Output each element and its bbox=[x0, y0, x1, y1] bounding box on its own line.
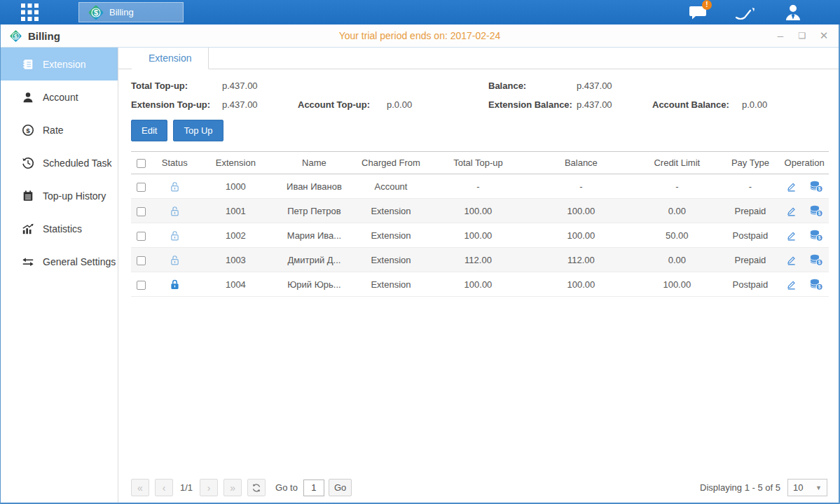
first-page-button[interactable]: « bbox=[131, 479, 149, 496]
displaying-text: Displaying 1 - 5 of 5 bbox=[700, 482, 780, 493]
total-topup-value: p.437.00 bbox=[222, 80, 258, 91]
cell-name: Петр Петров bbox=[274, 199, 354, 223]
cell-balance: - bbox=[529, 174, 633, 199]
cell-name: Дмитрий Д... bbox=[274, 248, 354, 272]
next-page-button[interactable]: › bbox=[200, 479, 218, 496]
edit-pencil-icon[interactable] bbox=[785, 205, 797, 217]
pagination-bar: « ‹ 1/1 › » Go to Go Displaying bbox=[118, 479, 839, 496]
extension-topup-label: Extension Top-up: bbox=[131, 99, 222, 110]
trial-notice: Your trial period ends on: 2017-02-24 bbox=[1, 30, 839, 41]
goto-page-input[interactable] bbox=[303, 479, 324, 496]
page-size-dropdown[interactable]: 10 ▼ bbox=[787, 479, 827, 496]
unlocked-icon[interactable] bbox=[169, 230, 181, 241]
edit-pencil-icon[interactable] bbox=[785, 181, 797, 192]
tab-strip: Extension bbox=[118, 48, 839, 69]
top-up-button[interactable]: Top Up bbox=[173, 120, 223, 141]
user-menu-button[interactable] bbox=[783, 4, 804, 21]
top-up-coins-icon[interactable]: $ bbox=[809, 204, 823, 217]
cell-credit-limit: 0.00 bbox=[633, 248, 721, 272]
cell-charged-from: Account bbox=[354, 174, 428, 199]
taskbar-item-billing[interactable]: $ Billing bbox=[78, 2, 184, 22]
locked-icon[interactable] bbox=[169, 279, 181, 290]
unlocked-icon[interactable] bbox=[169, 254, 181, 266]
sidebar-item-general-settings[interactable]: General Settings bbox=[1, 245, 118, 278]
account-topup-label: Account Top-up: bbox=[298, 99, 387, 110]
top-up-coins-icon[interactable]: $ bbox=[809, 253, 823, 266]
cell-credit-limit: 50.00 bbox=[633, 223, 721, 248]
cell-credit-limit: 100.00 bbox=[633, 272, 721, 297]
edit-pencil-icon[interactable] bbox=[785, 279, 797, 290]
cell-pay-type: - bbox=[721, 174, 780, 199]
svg-text:$: $ bbox=[14, 32, 18, 39]
top-up-coins-icon[interactable]: $ bbox=[809, 229, 823, 241]
column-header-operation: Operation bbox=[780, 152, 829, 174]
sliders-icon bbox=[22, 255, 34, 268]
column-header-credit-limit: Credit Limit bbox=[633, 152, 721, 174]
cell-total-topup: 100.00 bbox=[427, 272, 528, 297]
refresh-button[interactable] bbox=[247, 479, 266, 496]
messages-button[interactable]: ! bbox=[687, 4, 708, 21]
app-launcher-button[interactable] bbox=[10, 0, 49, 24]
tab-extension[interactable]: Extension bbox=[132, 48, 209, 69]
sidebar-item-topup-history[interactable]: Top-up History bbox=[1, 179, 118, 212]
go-button[interactable]: Go bbox=[329, 479, 352, 496]
unlocked-icon[interactable] bbox=[169, 205, 181, 217]
cell-balance: 100.00 bbox=[529, 223, 633, 248]
cell-pay-type: Prepaid bbox=[721, 248, 780, 272]
window-titlebar: $ Billing Your trial period ends on: 201… bbox=[1, 24, 839, 48]
maximize-button[interactable]: ❏ bbox=[796, 29, 808, 42]
row-checkbox[interactable] bbox=[137, 281, 146, 290]
extension-balance-label: Extension Balance: bbox=[488, 99, 577, 110]
cell-charged-from: Extension bbox=[354, 272, 428, 297]
last-page-button[interactable]: » bbox=[223, 479, 242, 496]
row-checkbox[interactable] bbox=[137, 256, 146, 265]
cell-extension: 1002 bbox=[198, 223, 275, 248]
top-up-coins-icon[interactable]: $ bbox=[809, 278, 823, 290]
svg-text:$: $ bbox=[818, 284, 821, 290]
row-checkbox[interactable] bbox=[137, 207, 146, 216]
window-controls: – ❏ ✕ bbox=[774, 29, 830, 42]
sidebar-item-label: Rate bbox=[43, 125, 64, 136]
balance-summary: Total Top-up: p.437.00 Extension Top-up:… bbox=[118, 69, 839, 110]
dollar-circle-icon: $ bbox=[22, 124, 34, 136]
total-topup-label: Total Top-up: bbox=[131, 80, 222, 91]
cell-total-topup: 112.00 bbox=[427, 248, 528, 272]
statistics-chart-icon bbox=[22, 223, 34, 235]
taskbar-item-label: Billing bbox=[109, 7, 134, 18]
prev-page-button[interactable]: ‹ bbox=[155, 479, 173, 496]
close-button[interactable]: ✕ bbox=[818, 29, 830, 42]
sidebar-item-account[interactable]: Account bbox=[1, 80, 118, 113]
goto-label: Go to bbox=[275, 482, 298, 493]
top-up-coins-icon[interactable]: $ bbox=[809, 180, 823, 192]
unlocked-icon[interactable] bbox=[169, 181, 181, 192]
edit-button[interactable]: Edit bbox=[131, 120, 167, 141]
sidebar-item-label: Extension bbox=[43, 59, 85, 70]
row-checkbox[interactable] bbox=[137, 183, 146, 192]
cell-pay-type: Prepaid bbox=[721, 199, 780, 223]
column-header-pay-type: Pay Type bbox=[721, 152, 780, 174]
cell-total-topup: - bbox=[427, 174, 528, 199]
notepad-icon bbox=[22, 190, 34, 202]
cell-charged-from: Extension bbox=[354, 248, 428, 272]
sidebar-item-extension[interactable]: Extension bbox=[1, 48, 118, 80]
column-header-balance: Balance bbox=[529, 152, 633, 174]
edit-pencil-icon[interactable] bbox=[785, 254, 797, 266]
sidebar-item-rate[interactable]: $ Rate bbox=[1, 113, 118, 146]
minimize-button[interactable]: – bbox=[774, 29, 787, 42]
row-checkbox[interactable] bbox=[137, 232, 146, 241]
select-all-checkbox[interactable] bbox=[137, 159, 146, 168]
edit-pencil-icon[interactable] bbox=[785, 230, 797, 241]
sidebar-item-statistics[interactable]: Statistics bbox=[1, 212, 118, 245]
table-row: 1001 Петр Петров Extension 100.00 100.00… bbox=[131, 199, 829, 223]
refresh-icon bbox=[252, 483, 261, 493]
cell-extension: 1004 bbox=[198, 272, 275, 297]
cell-total-topup: 100.00 bbox=[427, 223, 528, 248]
svg-text:$: $ bbox=[26, 126, 30, 134]
window-body: Extension Account $ Rate bbox=[1, 48, 839, 503]
activity-monitor-button[interactable] bbox=[735, 4, 756, 21]
cell-name: Иван Иванов bbox=[274, 174, 354, 199]
cell-balance: 100.00 bbox=[529, 199, 633, 223]
apps-grid-icon bbox=[20, 3, 39, 22]
sidebar-item-scheduled-task[interactable]: Scheduled Task bbox=[1, 146, 118, 179]
sidebar-item-label: Scheduled Task bbox=[43, 158, 112, 169]
